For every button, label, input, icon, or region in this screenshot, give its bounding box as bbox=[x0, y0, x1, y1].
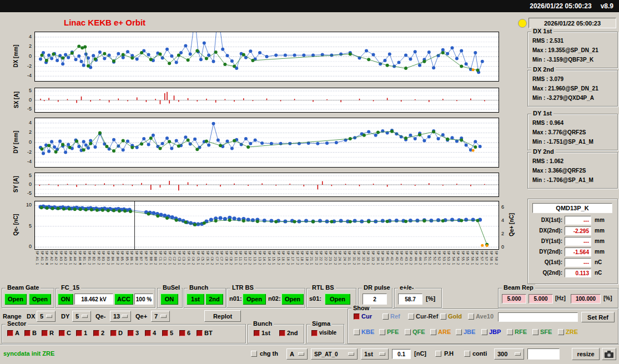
threshold-field[interactable]: 0.1 bbox=[392, 349, 411, 359]
sector-r-checkbox[interactable] bbox=[42, 330, 48, 336]
mode-dropdown[interactable]: A bbox=[286, 348, 308, 360]
monitor-dropdown[interactable]: SP_AT_0 bbox=[311, 348, 358, 360]
ltr-n02-open-button[interactable]: Open bbox=[281, 294, 304, 305]
ref-name-input[interactable] bbox=[498, 312, 578, 322]
bpm-label: SP_21_2 bbox=[315, 251, 319, 284]
show-pfe-checkbox[interactable] bbox=[379, 329, 385, 335]
chg-th-checkbox[interactable] bbox=[251, 351, 257, 357]
titlebar-version: v8.9 bbox=[601, 2, 613, 10]
bunch-2nd-button[interactable]: 2nd bbox=[205, 294, 223, 305]
sector-3-label: 3 bbox=[135, 330, 139, 336]
dr-pulse-field[interactable]: 2 bbox=[363, 294, 387, 305]
range-qep-dropdown[interactable]: 7 bbox=[151, 311, 170, 322]
bpm-label: SP_C8_1 bbox=[225, 251, 229, 284]
show-cur-label: Cur bbox=[361, 313, 372, 320]
axis-label-dx: DX [mm] bbox=[12, 32, 19, 80]
show-cur-ref-checkbox[interactable] bbox=[408, 314, 414, 320]
sector-2-checkbox[interactable] bbox=[93, 330, 99, 336]
show-ref-checkbox[interactable] bbox=[383, 314, 389, 320]
sigma-group: Sigma visible bbox=[306, 324, 344, 343]
bpm-label: SP_11_2 bbox=[239, 251, 243, 284]
dr-pulse-title: DR pulse bbox=[362, 284, 392, 291]
resize-button[interactable]: resize bbox=[572, 348, 600, 360]
beam-rep-field-1[interactable]: 5.000 bbox=[502, 294, 526, 304]
sector-6-checkbox[interactable] bbox=[179, 330, 185, 336]
bpm-label: SP_B6_2 bbox=[135, 251, 139, 284]
show-jbe-checkbox[interactable] bbox=[456, 329, 462, 335]
bpm-label: SP_B7_1 bbox=[139, 251, 143, 284]
fc15-kv-field[interactable]: 18.462 kV bbox=[74, 294, 113, 305]
show-sfe-checkbox[interactable] bbox=[532, 329, 539, 335]
epe-ratio-field[interactable]: 58.7 bbox=[398, 294, 422, 305]
ltr-n01-open-button[interactable]: Open bbox=[243, 294, 266, 305]
show-kbe-checkbox[interactable] bbox=[354, 329, 360, 335]
snapshot-button[interactable] bbox=[602, 348, 616, 360]
beam-gate-open-button-2[interactable]: Open bbox=[29, 294, 51, 305]
show-qfe-checkbox[interactable] bbox=[405, 329, 411, 335]
show-qfe-label: QFE bbox=[412, 328, 425, 335]
sector-4-checkbox[interactable] bbox=[145, 330, 151, 336]
bunch-1st-button[interactable]: 1st bbox=[187, 294, 204, 305]
show-are-checkbox[interactable] bbox=[430, 329, 436, 335]
sector-c-checkbox[interactable] bbox=[59, 330, 65, 336]
ph-label: P.H bbox=[444, 350, 454, 357]
bpm-label: SP_A3_1 bbox=[59, 251, 63, 284]
range-qem-value: 13 bbox=[113, 313, 120, 320]
range-dx-dropdown[interactable]: 5 bbox=[37, 311, 56, 322]
beam-rep-field-3[interactable]: 100.000 bbox=[571, 294, 601, 304]
beam-rep-group: Beam Rep 5.000 5.000 [Hz] 100.000 [%] bbox=[498, 288, 618, 308]
sector-5-checkbox[interactable] bbox=[162, 330, 168, 336]
replot-button[interactable]: Replot bbox=[204, 310, 241, 322]
bpm-label: SP_23_2 bbox=[334, 251, 338, 284]
conti-checkbox[interactable] bbox=[464, 351, 470, 357]
plot-dx bbox=[34, 32, 499, 82]
sector-a-checkbox[interactable] bbox=[7, 330, 13, 336]
sector-1-checkbox[interactable] bbox=[76, 330, 82, 336]
show-jbp-checkbox[interactable] bbox=[481, 329, 487, 335]
stat-max: Max : 19.355@SP_DN_21 bbox=[528, 46, 617, 55]
show-zre-checkbox[interactable] bbox=[558, 329, 564, 335]
beam-gate-open-button-1[interactable]: Open bbox=[4, 294, 27, 305]
bpm-label: SP_51_1 bbox=[424, 251, 427, 284]
show-title: Show bbox=[351, 305, 371, 312]
range-label: Range bbox=[3, 313, 22, 320]
bunch-dropdown[interactable]: 1st bbox=[361, 348, 389, 360]
readout-unit: nC bbox=[595, 270, 602, 276]
sector-bt-checkbox[interactable] bbox=[197, 330, 203, 336]
bpm-label: SP_32_2 bbox=[362, 251, 366, 284]
aux-field[interactable] bbox=[527, 348, 560, 360]
show-rfe-checkbox[interactable] bbox=[507, 329, 513, 335]
count-dropdown[interactable]: 300 bbox=[494, 348, 524, 360]
sector-b-checkbox[interactable] bbox=[24, 330, 31, 336]
show-ave10-checkbox[interactable] bbox=[468, 314, 474, 320]
sector-3-checkbox[interactable] bbox=[128, 330, 134, 336]
option-menu-dash-icon bbox=[46, 315, 52, 318]
page-title: Linac KEKB e+ Orbit bbox=[64, 18, 145, 27]
show-cur-checkbox[interactable] bbox=[354, 314, 360, 320]
sector-6-label: 6 bbox=[187, 330, 190, 336]
rtl-s01-open-button[interactable]: Open bbox=[325, 294, 350, 305]
ph-checkbox[interactable] bbox=[435, 351, 441, 357]
fc15-percent-field[interactable]: 100 % bbox=[134, 294, 153, 305]
camera-icon bbox=[605, 351, 613, 358]
beam-rep-field-2[interactable]: 5.000 bbox=[529, 294, 553, 304]
show-gold-checkbox[interactable] bbox=[440, 314, 446, 320]
sector-d-checkbox[interactable] bbox=[110, 330, 117, 336]
bunch-2nd-checkbox[interactable] bbox=[279, 330, 285, 336]
bpm-label: SP_51_2 bbox=[428, 251, 432, 284]
sigma-visible-checkbox[interactable] bbox=[311, 330, 318, 336]
fc15-acc-button[interactable]: ACC bbox=[114, 294, 133, 305]
set-ref-button[interactable]: Set Ref bbox=[581, 312, 615, 322]
fc15-on-button[interactable]: ON bbox=[58, 294, 73, 305]
axis-label-sy: SY [A] bbox=[12, 173, 19, 196]
stats-title: DY 1st bbox=[531, 110, 553, 117]
range-qem-dropdown[interactable]: 13 bbox=[110, 311, 131, 322]
busel-on-button[interactable]: ON bbox=[160, 294, 178, 305]
bunch-1st-checkbox[interactable] bbox=[254, 330, 260, 336]
show-jbp-label: JBP bbox=[489, 328, 501, 335]
monitor-readout-panel: QMD13P_K DX(1st): --- mm DX(2nd): -2.295… bbox=[527, 199, 618, 284]
window-titlebar: 2026/01/22 05:00:23 v8.9 bbox=[0, 0, 619, 12]
monitor-name-field[interactable]: QMD13P_K bbox=[532, 203, 612, 213]
epe-ratio-group: e+/e- 58.7 [%] bbox=[394, 288, 442, 308]
range-dy-dropdown[interactable]: 5 bbox=[72, 311, 91, 322]
